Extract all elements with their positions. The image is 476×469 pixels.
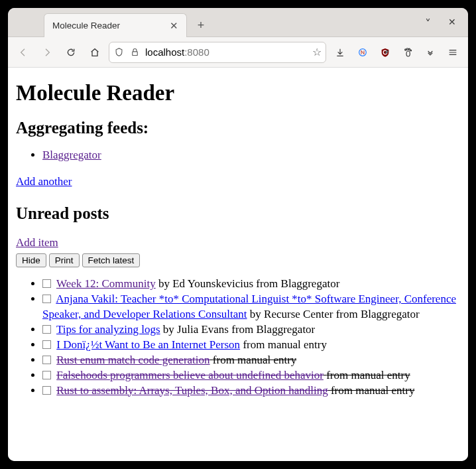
bookmark-star-icon[interactable]: ☆ (312, 46, 322, 58)
svg-point-8 (410, 50, 412, 51)
post-meta: from manual entry (213, 354, 297, 366)
page-content: Molecule Reader Aggregating feeds: Blagg… (8, 68, 468, 461)
overflow-button[interactable] (420, 42, 440, 62)
url-bar[interactable]: localhost:8080 ☆ (109, 42, 326, 63)
post-checkbox[interactable] (42, 371, 51, 379)
home-button[interactable] (85, 42, 105, 62)
tracking-shield-icon[interactable] (113, 47, 124, 58)
post-meta: by Julia Evans from Blaggregator (163, 323, 315, 336)
post-text: Rust enum match code generation from man… (56, 354, 296, 366)
toolbar: localhost:8080 ☆ (8, 37, 468, 68)
toolbar-right (330, 42, 463, 62)
svg-point-4 (406, 51, 410, 56)
unread-heading: Unread posts (16, 204, 460, 223)
post-text: Anjana Vakil: Teacher *to* Computational… (42, 293, 456, 320)
post-actions: Hide Print Fetch latest (16, 253, 460, 267)
post-item: Week 12: Community by Ed Younskevicius f… (42, 277, 460, 292)
new-tab-button[interactable]: + (191, 19, 211, 36)
post-checkbox[interactable] (42, 325, 51, 334)
add-feed-link[interactable]: Add another (16, 175, 72, 188)
post-meta: by Recurse Center from Blaggregator (250, 308, 420, 320)
browser-window: Molecule Reader ✕ + ˅ ✕ (8, 8, 468, 461)
svg-point-7 (408, 48, 410, 50)
post-link[interactable]: Rust enum match code generation (56, 354, 209, 366)
window-controls: ˅ ✕ (425, 17, 463, 36)
post-meta: by Ed Younskevicius from Blaggregator (158, 277, 339, 290)
post-text: Rust to assembly: Arrays, Tuples, Box, a… (56, 384, 414, 397)
post-link[interactable]: Falsehoods programmers believe about und… (56, 369, 324, 381)
svg-point-5 (405, 48, 406, 50)
back-button[interactable] (13, 42, 33, 62)
feed-link[interactable]: Blaggregator (42, 149, 101, 161)
feed-item: Blaggregator (42, 148, 460, 163)
feeds-list: Blaggregator (16, 148, 460, 163)
tab-title: Molecule Reader (52, 21, 167, 31)
browser-tab[interactable]: Molecule Reader ✕ (44, 13, 187, 37)
hide-button[interactable]: Hide (16, 253, 46, 267)
post-meta: from manual entry (331, 384, 415, 397)
url-host: localhost (145, 46, 184, 58)
post-checkbox[interactable] (42, 340, 51, 349)
menu-button[interactable] (443, 42, 463, 62)
post-checkbox[interactable] (42, 295, 51, 303)
post-text: Falsehoods programmers believe about und… (56, 369, 410, 381)
svg-point-6 (406, 48, 408, 50)
post-link[interactable]: Rust to assembly: Arrays, Tuples, Box, a… (56, 384, 327, 397)
lock-icon[interactable] (129, 47, 140, 58)
window-minimize-icon[interactable]: ˅ (425, 17, 431, 31)
post-item: Falsehoods programmers believe about und… (42, 368, 460, 383)
downloads-button[interactable] (330, 42, 350, 62)
extension-noscript-icon[interactable] (353, 42, 373, 62)
post-item: I Donï¿½t Want to Be an Internet Person … (42, 338, 460, 353)
print-button[interactable]: Print (49, 253, 80, 267)
post-meta: from manual entry (243, 338, 327, 351)
post-checkbox[interactable] (42, 386, 51, 395)
url-port: :8080 (184, 46, 209, 58)
feeds-heading: Aggregating feeds: (16, 119, 460, 137)
post-text: Tips for analyzing logs by Julia Evans f… (56, 323, 315, 336)
reload-button[interactable] (61, 42, 81, 62)
titlebar: Molecule Reader ✕ + ˅ ✕ (8, 8, 468, 37)
page-title: Molecule Reader (16, 81, 460, 105)
post-link[interactable]: I Donï¿½t Want to Be an Internet Person (56, 338, 240, 351)
post-item: Rust to assembly: Arrays, Tuples, Box, a… (42, 383, 460, 399)
post-item: Rust enum match code generation from man… (42, 353, 460, 368)
post-text: I Donï¿½t Want to Be an Internet Person … (56, 338, 327, 351)
window-close-icon[interactable]: ✕ (448, 17, 456, 31)
gnome-footprint-icon[interactable] (398, 42, 418, 62)
post-link[interactable]: Week 12: Community (56, 277, 156, 290)
post-checkbox[interactable] (42, 279, 51, 288)
close-tab-icon[interactable]: ✕ (167, 21, 181, 31)
post-checkbox[interactable] (42, 356, 51, 364)
url-text: localhost:8080 (145, 46, 307, 58)
post-text: Week 12: Community by Ed Younskevicius f… (56, 277, 339, 290)
post-link[interactable]: Tips for analyzing logs (56, 323, 160, 336)
posts-list: Week 12: Community by Ed Younskevicius f… (16, 277, 460, 399)
extension-ublock-icon[interactable] (375, 42, 395, 62)
add-item-link[interactable]: Add item (16, 236, 58, 249)
fetch-latest-button[interactable]: Fetch latest (82, 253, 141, 267)
post-item: Anjana Vakil: Teacher *to* Computational… (42, 292, 460, 322)
post-meta: from manual entry (326, 369, 410, 381)
post-item: Tips for analyzing logs by Julia Evans f… (42, 322, 460, 338)
forward-button[interactable] (37, 42, 57, 62)
svg-rect-0 (132, 52, 137, 56)
